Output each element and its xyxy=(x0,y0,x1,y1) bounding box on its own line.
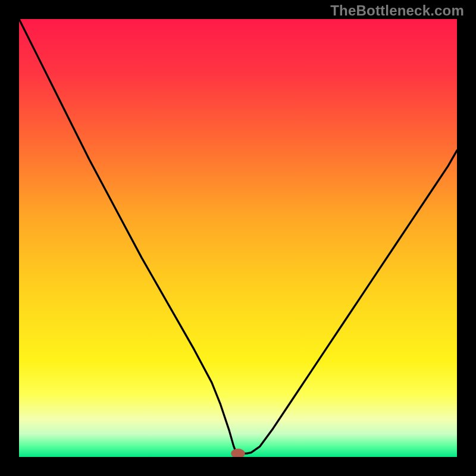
chart-frame: { "watermark": "TheBottleneck.com", "cha… xyxy=(0,0,476,476)
gradient-backdrop xyxy=(19,19,457,457)
watermark-label: TheBottleneck.com xyxy=(330,2,464,19)
bottleneck-plot xyxy=(19,19,457,457)
